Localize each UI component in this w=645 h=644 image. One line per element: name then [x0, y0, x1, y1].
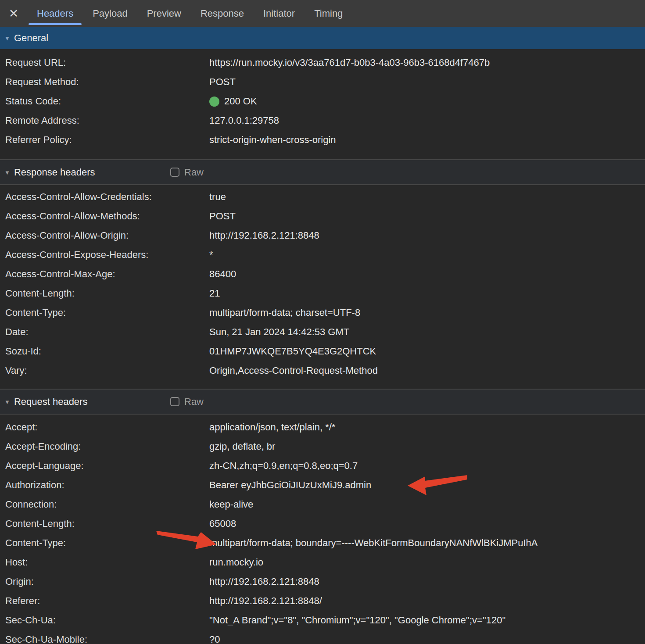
header-value: ?0 [209, 634, 220, 644]
header-value: 200 OK [209, 96, 257, 107]
header-row: Content-Type:multipart/form-data; bounda… [0, 533, 645, 553]
tab-headers[interactable]: Headers [27, 0, 83, 27]
header-name: Access-Control-Allow-Credentials: [0, 191, 209, 203]
tab-initiator[interactable]: Initiator [254, 0, 305, 27]
header-name: Vary: [0, 365, 209, 376]
header-value: POST [209, 76, 236, 88]
header-name: Sec-Ch-Ua-Mobile: [0, 634, 209, 644]
header-value-text: "Not_A Brand";v="8", "Chromium";v="120",… [209, 615, 505, 626]
response-header-rows: Access-Control-Allow-Credentials:trueAcc… [0, 185, 645, 380]
header-value: true [209, 191, 226, 203]
header-row: Referrer Policy:strict-origin-when-cross… [0, 130, 645, 150]
general-rows: Request URL:https://run.mocky.io/v3/3aa7… [0, 49, 645, 150]
header-value-text: https://run.mocky.io/v3/3aa761d7-b0b3-4a… [209, 57, 490, 68]
header-value: run.mocky.io [209, 557, 263, 568]
header-name: Access-Control-Allow-Origin: [0, 230, 209, 241]
header-value-text: 86400 [209, 268, 236, 280]
header-value-text: gzip, deflate, br [209, 441, 275, 452]
section-general-title: General [14, 32, 48, 44]
header-value: zh-CN,zh;q=0.9,en;q=0.8,eo;q=0.7 [209, 460, 358, 472]
request-raw-checkbox[interactable] [170, 397, 179, 406]
section-general-header[interactable]: ▼ General [0, 27, 645, 49]
header-row: Content-Length:65008 [0, 514, 645, 533]
tab-payload[interactable]: Payload [83, 0, 137, 27]
header-value-text: true [209, 191, 226, 203]
raw-toggle: Raw [170, 160, 204, 184]
header-row: Sozu-Id:01HMP7JWKQE7B5YQ4E3G2QHTCK [0, 342, 645, 361]
header-row: Sec-Ch-Ua-Mobile:?0 [0, 630, 645, 644]
header-value: * [209, 249, 213, 261]
header-value: strict-origin-when-cross-origin [209, 134, 336, 146]
header-value-text: 127.0.0.1:29758 [209, 115, 279, 126]
header-value: "Not_A Brand";v="8", "Chromium";v="120",… [209, 615, 505, 626]
header-name: Date: [0, 326, 209, 338]
tab-timing[interactable]: Timing [305, 0, 352, 27]
disclosure-triangle-icon: ▼ [4, 170, 10, 175]
header-value-text: POST [209, 76, 236, 88]
header-value-text: Bearer eyJhbGciOiJIUzUxMiJ9.admin [209, 479, 371, 491]
close-icon[interactable]: ✕ [0, 0, 27, 27]
header-row: Access-Control-Allow-Credentials:true [0, 187, 645, 207]
header-row: Access-Control-Expose-Headers:* [0, 245, 645, 265]
network-detail-tabbar: ✕ HeadersPayloadPreviewResponseInitiator… [0, 0, 645, 27]
header-value-text: run.mocky.io [209, 557, 263, 568]
header-row: Origin:http://192.168.2.121:8848 [0, 572, 645, 591]
header-name: Authorization: [0, 479, 209, 491]
header-row: Remote Address:127.0.0.1:29758 [0, 111, 645, 130]
request-header-rows: Accept:application/json, text/plain, */*… [0, 415, 645, 644]
header-value-text: application/json, text/plain, */* [209, 422, 335, 433]
header-row: Sec-Ch-Ua:"Not_A Brand";v="8", "Chromium… [0, 611, 645, 630]
header-row: Request Method:POST [0, 72, 645, 92]
header-value-text: multipart/form-data; boundary=----WebKit… [209, 537, 538, 549]
header-value: Bearer eyJhbGciOiJIUzUxMiJ9.admin [209, 479, 371, 491]
header-value: gzip, deflate, br [209, 441, 275, 452]
header-name: Accept-Encoding: [0, 441, 209, 452]
tab-preview[interactable]: Preview [137, 0, 191, 27]
header-value: 65008 [209, 518, 236, 530]
header-value: 86400 [209, 268, 236, 280]
section-request-headers-title: Request headers [14, 396, 88, 408]
header-row: Request URL:https://run.mocky.io/v3/3aa7… [0, 53, 645, 72]
header-value-text: http://192.168.2.121:8848 [209, 576, 319, 587]
disclosure-triangle-icon: ▼ [4, 36, 10, 41]
header-row: Connection:keep-alive [0, 495, 645, 514]
header-name: Sec-Ch-Ua: [0, 615, 209, 626]
response-raw-checkbox[interactable] [170, 168, 179, 177]
header-name: Request URL: [0, 57, 209, 68]
header-name: Accept-Language: [0, 460, 209, 472]
header-name: Remote Address: [0, 115, 209, 126]
header-row: Access-Control-Allow-Methods:POST [0, 207, 645, 226]
header-value-text: 200 OK [224, 96, 257, 107]
disclosure-triangle-icon: ▼ [4, 399, 10, 405]
section-response-headers-header[interactable]: ▼ Response headers Raw [0, 159, 645, 185]
header-value-text: POST [209, 211, 236, 222]
header-row: Accept:application/json, text/plain, */* [0, 418, 645, 437]
header-row: Host:run.mocky.io [0, 553, 645, 572]
tab-response[interactable]: Response [191, 0, 254, 27]
header-name: Access-Control-Max-Age: [0, 268, 209, 280]
header-row: Referer:http://192.168.2.121:8848/ [0, 591, 645, 611]
header-name: Origin: [0, 576, 209, 587]
header-value: 01HMP7JWKQE7B5YQ4E3G2QHTCK [209, 346, 376, 357]
header-value-text: 21 [209, 288, 220, 299]
header-value: POST [209, 211, 236, 222]
header-value-text: http://192.168.2.121:8848 [209, 230, 319, 241]
header-row: Accept-Language:zh-CN,zh;q=0.9,en;q=0.8,… [0, 456, 645, 476]
header-value: 127.0.0.1:29758 [209, 115, 279, 126]
section-request-headers-header[interactable]: ▼ Request headers Raw [0, 389, 645, 415]
section-spacer [0, 380, 645, 389]
section-response-headers-title: Response headers [14, 167, 95, 178]
header-value: application/json, text/plain, */* [209, 422, 335, 433]
header-value-text: strict-origin-when-cross-origin [209, 134, 336, 146]
header-value-text: ?0 [209, 634, 220, 644]
raw-checkbox-label: Raw [184, 167, 204, 178]
header-value-text: keep-alive [209, 499, 253, 510]
header-value: Sun, 21 Jan 2024 14:42:53 GMT [209, 326, 349, 338]
status-ok-dot-icon [209, 97, 219, 107]
header-value: http://192.168.2.121:8848/ [209, 595, 322, 607]
header-name: Status Code: [0, 96, 209, 107]
header-name: Content-Length: [0, 288, 209, 299]
section-spacer [0, 150, 645, 159]
header-name: Host: [0, 557, 209, 568]
header-row: Content-Type:multipart/form-data; charse… [0, 303, 645, 322]
